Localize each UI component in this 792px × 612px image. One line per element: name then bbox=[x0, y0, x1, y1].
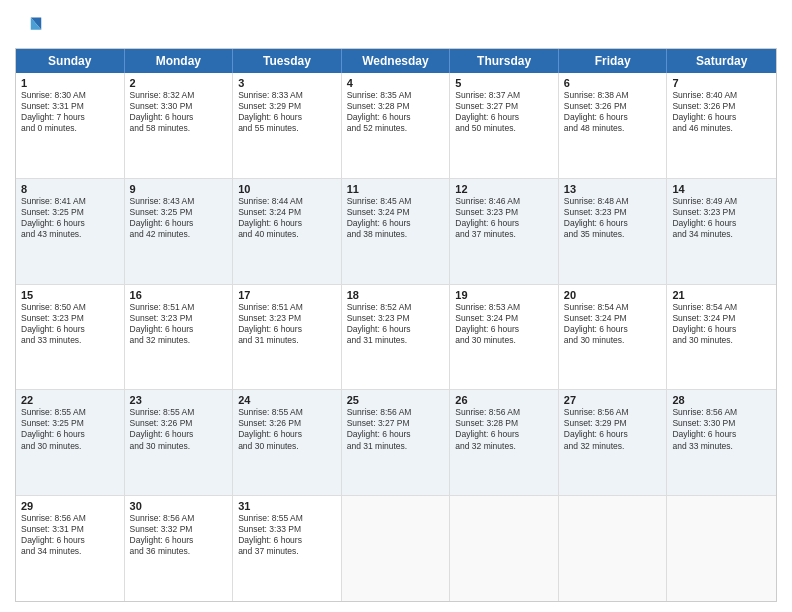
cell-info-line: Daylight: 6 hours bbox=[21, 535, 119, 546]
cell-info-line: and 42 minutes. bbox=[130, 229, 228, 240]
day-number: 14 bbox=[672, 183, 771, 195]
cell-info-line: Sunset: 3:26 PM bbox=[672, 101, 771, 112]
cell-info-line: Daylight: 6 hours bbox=[672, 218, 771, 229]
day-number: 10 bbox=[238, 183, 336, 195]
cell-info-line: and 30 minutes. bbox=[21, 441, 119, 452]
day-number: 17 bbox=[238, 289, 336, 301]
logo-icon bbox=[15, 14, 43, 42]
day-number: 30 bbox=[130, 500, 228, 512]
cell-info-line: Sunrise: 8:51 AM bbox=[130, 302, 228, 313]
cell-info-line: Sunrise: 8:55 AM bbox=[238, 513, 336, 524]
day-number: 25 bbox=[347, 394, 445, 406]
day-cell: 10Sunrise: 8:44 AMSunset: 3:24 PMDayligh… bbox=[233, 179, 342, 284]
cell-info-line: Daylight: 6 hours bbox=[130, 218, 228, 229]
cell-info-line: and 37 minutes. bbox=[238, 546, 336, 557]
cell-info-line: and 30 minutes. bbox=[238, 441, 336, 452]
cell-info-line: Sunrise: 8:49 AM bbox=[672, 196, 771, 207]
day-number: 20 bbox=[564, 289, 662, 301]
day-number: 29 bbox=[21, 500, 119, 512]
day-number: 26 bbox=[455, 394, 553, 406]
cell-info-line: and 58 minutes. bbox=[130, 123, 228, 134]
cell-info-line: Sunrise: 8:35 AM bbox=[347, 90, 445, 101]
day-number: 8 bbox=[21, 183, 119, 195]
cell-info-line: Sunrise: 8:46 AM bbox=[455, 196, 553, 207]
cell-info-line: Sunrise: 8:56 AM bbox=[347, 407, 445, 418]
day-cell: 30Sunrise: 8:56 AMSunset: 3:32 PMDayligh… bbox=[125, 496, 234, 601]
cell-info-line: Sunset: 3:27 PM bbox=[455, 101, 553, 112]
cell-info-line: Sunset: 3:33 PM bbox=[238, 524, 336, 535]
cell-info-line: Sunset: 3:32 PM bbox=[130, 524, 228, 535]
cell-info-line: Sunrise: 8:56 AM bbox=[564, 407, 662, 418]
day-number: 15 bbox=[21, 289, 119, 301]
calendar-row: 15Sunrise: 8:50 AMSunset: 3:23 PMDayligh… bbox=[16, 284, 776, 390]
cell-info-line: Daylight: 6 hours bbox=[347, 429, 445, 440]
cell-info-line: Sunset: 3:26 PM bbox=[238, 418, 336, 429]
cell-info-line: Sunset: 3:24 PM bbox=[238, 207, 336, 218]
cell-info-line: Daylight: 6 hours bbox=[130, 429, 228, 440]
cell-info-line: Sunrise: 8:55 AM bbox=[238, 407, 336, 418]
cell-info-line: and 52 minutes. bbox=[347, 123, 445, 134]
cell-info-line: Sunrise: 8:50 AM bbox=[21, 302, 119, 313]
cell-info-line: and 30 minutes. bbox=[672, 335, 771, 346]
cell-info-line: Daylight: 7 hours bbox=[21, 112, 119, 123]
day-cell: 29Sunrise: 8:56 AMSunset: 3:31 PMDayligh… bbox=[16, 496, 125, 601]
day-number: 12 bbox=[455, 183, 553, 195]
cell-info-line: Sunset: 3:27 PM bbox=[347, 418, 445, 429]
cell-info-line: Daylight: 6 hours bbox=[347, 112, 445, 123]
day-number: 18 bbox=[347, 289, 445, 301]
day-cell: 13Sunrise: 8:48 AMSunset: 3:23 PMDayligh… bbox=[559, 179, 668, 284]
cell-info-line: Daylight: 6 hours bbox=[130, 535, 228, 546]
cell-info-line: Daylight: 6 hours bbox=[455, 218, 553, 229]
cell-info-line: and 43 minutes. bbox=[21, 229, 119, 240]
cell-info-line: Sunset: 3:23 PM bbox=[564, 207, 662, 218]
day-number: 3 bbox=[238, 77, 336, 89]
calendar-header: SundayMondayTuesdayWednesdayThursdayFrid… bbox=[16, 49, 776, 73]
cell-info-line: Daylight: 6 hours bbox=[21, 218, 119, 229]
cell-info-line: Daylight: 6 hours bbox=[238, 324, 336, 335]
cell-info-line: Daylight: 6 hours bbox=[564, 218, 662, 229]
day-cell: 20Sunrise: 8:54 AMSunset: 3:24 PMDayligh… bbox=[559, 285, 668, 390]
cell-info-line: Sunrise: 8:32 AM bbox=[130, 90, 228, 101]
day-cell: 23Sunrise: 8:55 AMSunset: 3:26 PMDayligh… bbox=[125, 390, 234, 495]
day-number: 27 bbox=[564, 394, 662, 406]
cell-info-line: Sunrise: 8:54 AM bbox=[672, 302, 771, 313]
cell-info-line: Sunrise: 8:52 AM bbox=[347, 302, 445, 313]
cell-info-line: Daylight: 6 hours bbox=[238, 218, 336, 229]
cell-info-line: and 55 minutes. bbox=[238, 123, 336, 134]
header bbox=[15, 10, 777, 42]
empty-cell bbox=[450, 496, 559, 601]
header-cell-sunday: Sunday bbox=[16, 49, 125, 73]
cell-info-line: and 40 minutes. bbox=[238, 229, 336, 240]
cell-info-line: and 32 minutes. bbox=[130, 335, 228, 346]
cell-info-line: and 34 minutes. bbox=[21, 546, 119, 557]
cell-info-line: Sunset: 3:25 PM bbox=[21, 207, 119, 218]
cell-info-line: and 48 minutes. bbox=[564, 123, 662, 134]
cell-info-line: Sunset: 3:31 PM bbox=[21, 101, 119, 112]
cell-info-line: Daylight: 6 hours bbox=[347, 324, 445, 335]
cell-info-line: Daylight: 6 hours bbox=[130, 324, 228, 335]
cell-info-line: Sunset: 3:24 PM bbox=[347, 207, 445, 218]
header-cell-monday: Monday bbox=[125, 49, 234, 73]
day-cell: 25Sunrise: 8:56 AMSunset: 3:27 PMDayligh… bbox=[342, 390, 451, 495]
day-cell: 22Sunrise: 8:55 AMSunset: 3:25 PMDayligh… bbox=[16, 390, 125, 495]
cell-info-line: Sunrise: 8:40 AM bbox=[672, 90, 771, 101]
day-cell: 15Sunrise: 8:50 AMSunset: 3:23 PMDayligh… bbox=[16, 285, 125, 390]
cell-info-line: and 34 minutes. bbox=[672, 229, 771, 240]
cell-info-line: Sunrise: 8:33 AM bbox=[238, 90, 336, 101]
day-cell: 11Sunrise: 8:45 AMSunset: 3:24 PMDayligh… bbox=[342, 179, 451, 284]
cell-info-line: and 38 minutes. bbox=[347, 229, 445, 240]
cell-info-line: Sunset: 3:29 PM bbox=[238, 101, 336, 112]
logo bbox=[15, 14, 47, 42]
cell-info-line: Sunrise: 8:41 AM bbox=[21, 196, 119, 207]
cell-info-line: and 36 minutes. bbox=[130, 546, 228, 557]
day-cell: 24Sunrise: 8:55 AMSunset: 3:26 PMDayligh… bbox=[233, 390, 342, 495]
day-cell: 1Sunrise: 8:30 AMSunset: 3:31 PMDaylight… bbox=[16, 73, 125, 178]
cell-info-line: Sunrise: 8:56 AM bbox=[21, 513, 119, 524]
cell-info-line: Daylight: 6 hours bbox=[238, 429, 336, 440]
cell-info-line: and 31 minutes. bbox=[238, 335, 336, 346]
cell-info-line: Daylight: 6 hours bbox=[672, 429, 771, 440]
day-number: 11 bbox=[347, 183, 445, 195]
calendar: SundayMondayTuesdayWednesdayThursdayFrid… bbox=[15, 48, 777, 602]
cell-info-line: Sunset: 3:24 PM bbox=[564, 313, 662, 324]
cell-info-line: and 0 minutes. bbox=[21, 123, 119, 134]
